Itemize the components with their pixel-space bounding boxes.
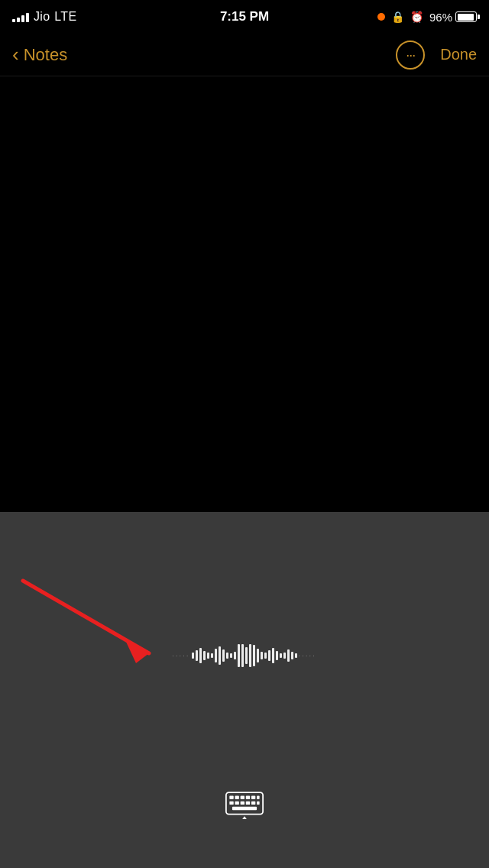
nav-back-group[interactable]: ‹ Notes <box>12 45 67 65</box>
keyboard-toggle-button[interactable] <box>225 792 264 822</box>
svg-rect-7 <box>251 796 255 799</box>
svg-rect-11 <box>241 802 244 805</box>
battery-icon <box>455 11 477 22</box>
signal-bars-icon <box>12 11 29 22</box>
svg-rect-3 <box>229 796 233 799</box>
lock-icon: 🔒 <box>391 11 404 23</box>
done-button[interactable]: Done <box>440 46 477 63</box>
more-dots-icon: ··· <box>406 48 415 62</box>
svg-rect-13 <box>251 802 255 805</box>
keyboard-icon-svg <box>225 792 264 819</box>
recording-indicator-icon <box>377 13 385 21</box>
svg-rect-4 <box>235 796 239 799</box>
waveform-bars: ····· <box>6 644 483 667</box>
back-chevron-icon: ‹ <box>12 44 19 64</box>
svg-rect-8 <box>257 796 260 799</box>
svg-rect-10 <box>235 802 239 805</box>
status-time: 7:15 PM <box>220 9 269 24</box>
bottom-toolbar-area: ····· <box>0 512 489 868</box>
signal-bar-4 <box>26 13 29 22</box>
nav-bar: ‹ Notes ··· Done <box>0 34 489 76</box>
status-bar: Jio LTE 7:15 PM 🔒 ⏰ 96% <box>0 0 489 34</box>
network-label: LTE <box>54 10 76 24</box>
battery-fill <box>458 14 474 21</box>
battery-percent: 96% <box>429 11 452 24</box>
svg-rect-12 <box>246 802 250 805</box>
svg-rect-9 <box>229 802 233 805</box>
nav-right-group: ··· Done <box>396 40 477 70</box>
svg-marker-16 <box>241 816 249 819</box>
signal-bar-1 <box>12 19 15 22</box>
battery-container: 96% <box>429 11 477 24</box>
svg-rect-5 <box>241 796 244 799</box>
svg-rect-14 <box>257 802 260 805</box>
more-options-button[interactable]: ··· <box>396 40 425 70</box>
audio-waveform: ····· <box>0 640 489 671</box>
status-left: Jio LTE <box>12 10 76 24</box>
alarm-icon: ⏰ <box>410 11 423 23</box>
nav-back-label[interactable]: Notes <box>24 45 67 65</box>
waveform-visual: ····· <box>173 653 190 658</box>
status-right: 🔒 ⏰ 96% <box>377 11 477 24</box>
note-content-area[interactable] <box>0 76 489 512</box>
svg-rect-15 <box>232 807 257 810</box>
signal-bar-3 <box>21 15 24 22</box>
svg-rect-6 <box>246 796 250 799</box>
signal-bar-2 <box>17 18 20 22</box>
carrier-label: Jio <box>34 10 50 24</box>
